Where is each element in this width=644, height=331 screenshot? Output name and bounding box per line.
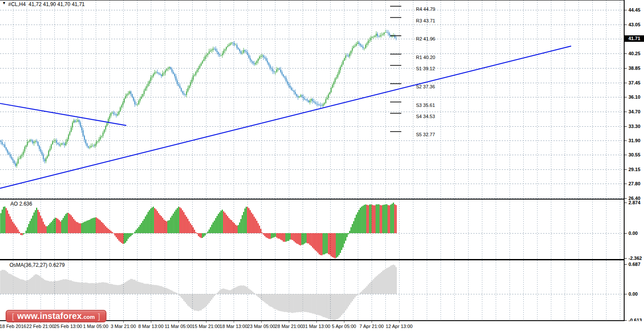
osma-bar	[13, 275, 13, 294]
candle-body	[237, 45, 238, 48]
trendline-descending-resistance[interactable]	[0, 103, 126, 125]
osma-bar	[142, 283, 143, 294]
ao-bar	[83, 222, 84, 233]
axis-tick-mark	[625, 198, 627, 199]
candle-body	[120, 107, 121, 111]
osma-bar	[284, 294, 285, 312]
price-axis[interactable]: 44.4543.0540.2538.8537.4536.1034.7033.30…	[624, 0, 644, 321]
ao-bar	[169, 220, 170, 233]
time-tick-mark	[289, 321, 289, 323]
ao-bar	[396, 205, 397, 233]
osma-bar	[331, 294, 331, 320]
osma-bar	[223, 288, 224, 294]
osma-bar	[91, 283, 91, 294]
candle-body	[357, 43, 358, 44]
ao-bar	[7, 210, 8, 233]
ao-bar	[239, 222, 240, 233]
candle-body	[47, 156, 48, 158]
ao-bar	[47, 226, 48, 233]
ao-bar	[15, 225, 16, 233]
osma-bar	[181, 294, 181, 298]
osma-bar	[20, 279, 21, 294]
candle-body	[294, 91, 294, 92]
candle-body	[218, 52, 219, 54]
ao-bar	[9, 216, 10, 233]
top-border	[0, 0, 644, 0]
ao-bar	[262, 233, 263, 233]
candle-body	[73, 120, 74, 122]
ao-bar	[73, 219, 74, 233]
candle-body	[53, 141, 54, 141]
osma-bar	[376, 276, 377, 294]
osma-bar	[250, 290, 250, 294]
pivot-level-label: R1 40.20	[416, 55, 435, 60]
osma-bar	[78, 282, 79, 294]
osma-bar	[203, 294, 204, 308]
ao-bar	[121, 233, 122, 243]
ao-bar	[77, 222, 78, 233]
ao-bar	[75, 221, 75, 233]
ao-bar	[59, 220, 59, 233]
ao-bar	[146, 215, 147, 233]
ao-bar	[185, 215, 186, 233]
ao-osma-separator[interactable]	[0, 259, 644, 260]
osma-bar	[336, 294, 337, 319]
osma-bar	[201, 294, 202, 310]
osma-bar	[286, 294, 287, 312]
ao-indicator-panel[interactable]	[0, 200, 624, 259]
candle-body	[292, 90, 293, 91]
osma-bar	[292, 294, 293, 313]
trendline-ascending-support[interactable]	[0, 46, 571, 188]
osma-bar	[320, 294, 321, 315]
candle-body	[191, 80, 192, 82]
ao-bar	[376, 204, 377, 233]
osma-bar	[317, 294, 318, 315]
ao-bar	[101, 222, 102, 233]
osma-bar	[312, 294, 313, 314]
ao-bar	[122, 233, 123, 244]
ao-bar	[50, 223, 50, 233]
ao-bar	[394, 204, 395, 233]
ao-bar	[215, 218, 216, 233]
main-ao-separator[interactable]	[0, 199, 644, 200]
candle-body	[134, 100, 135, 104]
time-tick-mark	[123, 321, 124, 323]
ao-bar	[299, 233, 300, 245]
axis-tick-mark	[625, 258, 627, 259]
osma-bar	[161, 286, 162, 294]
main-price-chart[interactable]: R4 44.79R3 43.71R2 41.96R1 40.20S1 39.12…	[0, 0, 624, 199]
candle-body	[331, 88, 331, 92]
ao-bar	[158, 213, 159, 233]
ao-tick-label: -2.362	[628, 256, 642, 261]
osma-bar	[200, 294, 200, 310]
candle-body	[3, 144, 4, 145]
symbol-dropdown-icon[interactable]: ▼	[2, 1, 6, 5]
osma-bar	[88, 283, 89, 294]
candle-body	[115, 114, 116, 115]
candle-body	[352, 48, 353, 50]
ao-bar	[336, 233, 337, 258]
osma-bar	[168, 289, 169, 294]
osma-bar	[355, 294, 356, 297]
axis-tick-mark	[625, 264, 627, 265]
time-label: 12 Apr 13:00	[386, 324, 413, 329]
candle-body	[337, 74, 338, 77]
ao-histogram-plot[interactable]	[0, 200, 624, 259]
candle-body	[154, 72, 155, 74]
ao-bar	[175, 209, 176, 233]
ao-bar	[324, 233, 325, 254]
osma-bar	[179, 294, 180, 296]
axis-tick-mark	[625, 320, 627, 321]
ao-bar	[24, 233, 25, 234]
osma-bar	[205, 294, 206, 307]
osma-bar	[55, 281, 56, 294]
ao-bar	[166, 222, 167, 233]
candle-body	[300, 95, 301, 97]
candle-body	[281, 72, 282, 75]
pivot-level-label: S3 35.61	[416, 103, 435, 108]
ao-bar	[221, 211, 222, 233]
ao-bar	[341, 233, 342, 250]
candlestick-plot[interactable]: R4 44.79R3 43.71R2 41.96R1 40.20S1 39.12…	[0, 0, 624, 199]
time-axis[interactable]: 18 Feb 201622 Feb 21:0025 Feb 13:001 Mar…	[0, 321, 644, 331]
candle-body	[396, 37, 397, 38]
